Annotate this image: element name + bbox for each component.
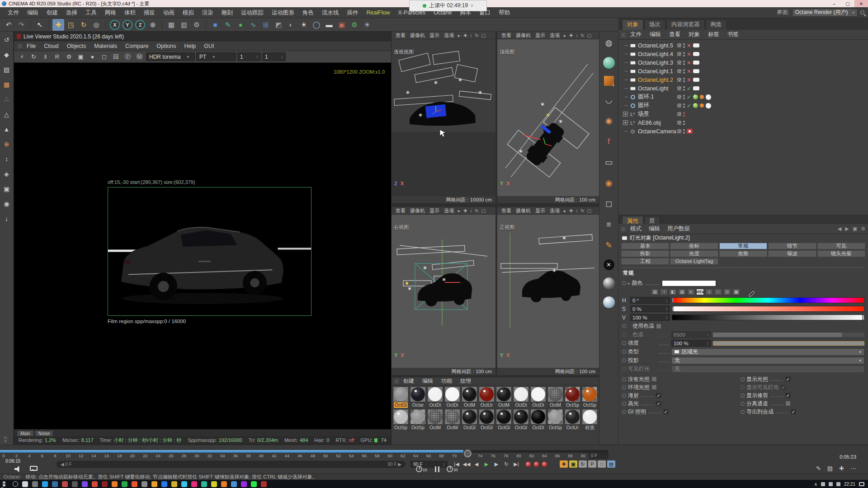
object-name[interactable]: OctaneLight (638, 85, 668, 92)
material-tag-icon[interactable] (706, 94, 711, 100)
material-thumbnail[interactable] (582, 409, 598, 425)
material-item[interactable]: OctM (461, 386, 478, 408)
texture-mode-icon[interactable]: ▨ (1, 64, 12, 75)
frame-select-icon[interactable]: ▭ (602, 155, 616, 169)
menu-item[interactable]: RealFlow (363, 7, 394, 18)
tab-场次[interactable]: 场次 (644, 19, 665, 30)
visibility-toggle-icon[interactable] (683, 129, 685, 134)
orbit-camera-icon[interactable]: ↻ (473, 33, 480, 38)
frame-tick[interactable]: 36 (233, 453, 238, 458)
kelvin-mode-icon[interactable]: K (687, 289, 695, 295)
frame-tick[interactable]: 80 (516, 453, 521, 458)
material-item[interactable]: OctUr (478, 386, 495, 408)
maximize-view-icon[interactable]: ▢ (480, 33, 487, 38)
material-item[interactable]: OctSp (392, 409, 409, 431)
cortana-icon[interactable] (13, 481, 18, 487)
frame-tick[interactable]: 58 (375, 453, 380, 458)
region-render-icon[interactable]: R (52, 52, 62, 62)
null-object-row[interactable]: +L°AE86.obj (623, 118, 868, 127)
material-item[interactable]: OctDi (530, 386, 547, 408)
taskbar-app-icon[interactable] (151, 481, 157, 487)
coordinate-system-icon[interactable]: ⊕ (147, 19, 159, 31)
frame-tick[interactable]: 50 (323, 453, 328, 458)
falloff-curve-icon[interactable]: ◡ (602, 93, 616, 107)
light-object-row[interactable]: ─OctaneLight.1✕ (623, 67, 868, 75)
menu-item[interactable]: 创建 (400, 377, 418, 385)
material-thumbnail[interactable] (530, 386, 546, 402)
stage-icon[interactable]: ✳ (361, 19, 373, 31)
taskbar-app-icon[interactable] (161, 481, 167, 487)
light-tag-icon[interactable] (693, 69, 699, 73)
taskbar-app-icon[interactable] (62, 481, 68, 487)
cube-primitive-icon[interactable]: ■ (209, 19, 221, 31)
frame-tick[interactable]: 62 (401, 453, 406, 458)
viewport-right[interactable]: 查看摄像机显示选项▸✚↕↻▢ *** (392, 207, 495, 375)
frame-entry-box[interactable]: 0 F (589, 453, 609, 459)
material-item[interactable]: OctM (444, 409, 461, 431)
viewport-front[interactable]: 查看摄像机显示选项▸✚↕↻▢ ** 正视图 YX 网格间距 : 100 cm (497, 207, 599, 375)
material-thumbnail[interactable] (513, 386, 529, 402)
frame-tick[interactable]: 88 (568, 453, 573, 458)
anim-dot-icon[interactable] (741, 377, 745, 381)
layer-icon[interactable] (677, 95, 681, 99)
viewport-menu-item[interactable]: 选项 (442, 32, 456, 39)
layer-icon[interactable] (677, 52, 681, 56)
menu-item[interactable]: 对象 (685, 31, 703, 38)
frame-tick[interactable]: 2 (15, 453, 18, 458)
menu-item[interactable]: 标签 (704, 31, 723, 38)
camera-ball-icon[interactable]: ◉ (602, 176, 616, 190)
frame-tick[interactable]: 14 (91, 453, 96, 458)
settings-gear-icon[interactable]: ⚙ (861, 226, 865, 232)
object-name[interactable]: AE86.obj (638, 120, 661, 126)
tonemap-dropdown[interactable]: HDR tonema ▾ (146, 52, 195, 61)
light-object-row[interactable]: ─OctaneLight.2✕ (623, 75, 868, 84)
checkbox[interactable] (785, 401, 791, 406)
material-item[interactable]: OctM (427, 409, 443, 431)
kernel-dropdown[interactable]: PT ▾ (196, 52, 236, 61)
slider-knob[interactable] (862, 315, 863, 320)
menu-item[interactable]: 编辑 (419, 377, 437, 385)
light-tag-icon[interactable] (693, 61, 699, 65)
viewport-menu-item[interactable]: 摄像机 (408, 207, 427, 214)
autokeying-button[interactable] (533, 461, 539, 467)
swatches-icon[interactable]: ∷ (714, 289, 722, 295)
object-name[interactable]: OctaneLight.3 (638, 60, 673, 66)
menu-item[interactable]: Objects (63, 43, 90, 49)
spline-object-row[interactable]: ─圆环✓ (623, 101, 868, 110)
menu-item[interactable]: 编辑 (646, 31, 665, 38)
material-thumbnail[interactable] (565, 386, 580, 402)
layer-icon[interactable] (677, 129, 681, 133)
visibility-toggle-icon[interactable] (683, 78, 685, 82)
material-thumbnail[interactable] (582, 386, 598, 402)
taskbar-app-icon[interactable] (181, 481, 187, 487)
octane-tag-icon[interactable] (700, 103, 704, 108)
attr-tab-光度[interactable]: 光度 (670, 250, 718, 257)
history-forward-icon[interactable]: ▶ (845, 226, 849, 232)
live-selection-icon[interactable]: ↖ (34, 19, 46, 31)
viewport-menu-item[interactable]: 选项 (547, 32, 562, 39)
phong-tag-icon[interactable] (693, 94, 698, 99)
camera-tag-icon[interactable] (687, 129, 693, 134)
visibility-toggle-icon[interactable] (683, 103, 685, 108)
h-value-field[interactable]: 0 °↕ (630, 297, 670, 304)
menu-item[interactable]: 工具 (81, 7, 101, 18)
enable-axis-icon[interactable]: ↕ (1, 154, 12, 164)
layer-icon[interactable] (677, 103, 681, 108)
s-value-field[interactable]: 0 %↕ (630, 305, 670, 312)
search-icon[interactable] (860, 10, 864, 14)
viewport-menu-item[interactable]: 查看 (393, 207, 408, 214)
menu-item[interactable]: 角色 (298, 7, 318, 18)
render-disabled-icon[interactable]: ✕ (687, 51, 691, 57)
viewport-top[interactable]: 查看摄像机显示选项▸✚↕↻▢ *** * 顶视图 YX 网格间距 : 100 c… (497, 32, 599, 203)
network-icon[interactable] (821, 482, 825, 486)
render-view[interactable]: 1080*1200 ZOOM:x1.0 off:15,-30 start:(28… (14, 63, 391, 429)
material-picker-icon[interactable]: Ⓜ (134, 52, 145, 62)
undo-icon[interactable]: ↶ (3, 19, 14, 31)
object-name[interactable]: 场景 (638, 110, 649, 118)
download-icon[interactable]: ↓ (1, 213, 12, 224)
material-thumbnail[interactable] (479, 409, 495, 425)
layer-icon[interactable] (677, 78, 681, 82)
menu-item[interactable]: Options (153, 43, 179, 49)
spline-icon[interactable]: ∿ (247, 19, 259, 31)
checkbox[interactable]: ✓ (791, 409, 796, 414)
